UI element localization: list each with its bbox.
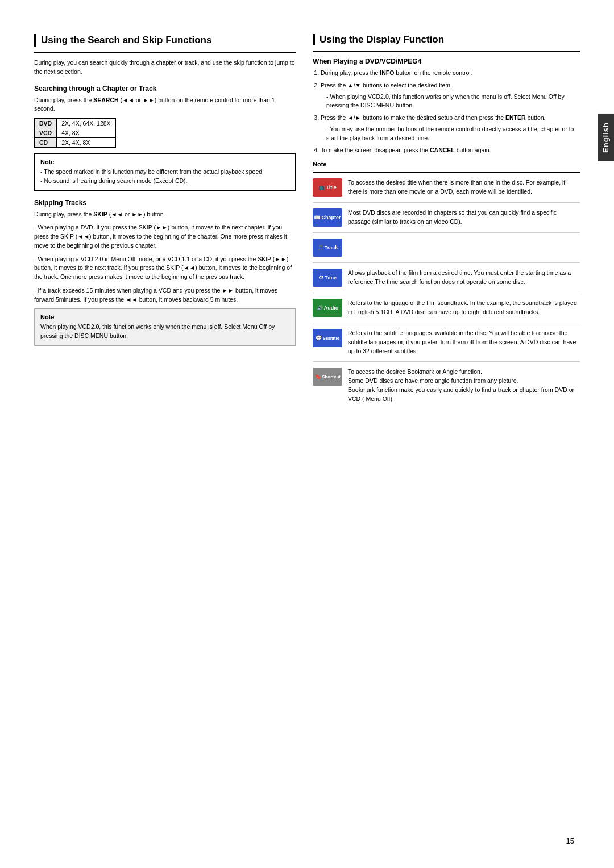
page-number: 15 [566,837,574,845]
dvd-steps-list: During play, press the INFO button on th… [321,69,580,155]
chapter-text: Most DVD discs are recorded in chapters … [348,208,580,227]
searching-title: Searching through a Chapter or Track [34,85,296,93]
time-icon: ⏱ [318,275,323,281]
shortcut-icon: 🔖 [314,374,321,379]
right-column: Using the Display Function When Playing … [313,34,580,415]
searching-note-title: Note [40,158,289,165]
title-text: To access the desired title when there i… [348,178,580,197]
chapter-badge: 📖 Chapter [313,208,342,227]
chapter-badge-label: Chapter [321,215,341,220]
shortcut-badge-label: Shortcut [322,374,341,379]
skipping-note-text: When playing VCD2.0, this function works… [40,323,289,341]
table-cell-label: DVD [35,119,57,128]
table-cell-value: 2X, 4X, 8X [57,138,115,148]
track-badge: 🎵 Track [313,239,342,257]
track-icon: 🎵 [317,245,323,251]
shortcut-badge: 🔖 Shortcut [313,368,342,386]
icon-row-track: 🎵 Track [313,239,580,263]
skipping-note-box: Note When playing VCD2.0, this function … [34,308,296,346]
content-area: Using the Search and Skip Functions Duri… [34,34,580,415]
table-cell-label: VCD [35,128,57,138]
skipping-bullet-1: - When playing a DVD, if you press the S… [34,223,296,250]
table-row: DVD 2X, 4X, 64X, 128X [35,119,116,128]
right-note-title: Note [313,161,580,168]
skipping-bullet-2: - When playing a VCD 2.0 in Menu Off mod… [34,255,296,282]
time-badge: ⏱ Time [313,269,342,287]
table-cell-value: 2X, 4X, 64X, 128X [57,119,115,128]
step3-sub: - You may use the number buttons of the … [326,125,580,143]
list-item: To make the screen disappear, press the … [321,146,580,155]
searching-body: During play, press the SEARCH (◄◄ or ►►)… [34,96,296,114]
left-intro: During play, you can search quickly thro… [34,59,296,77]
time-text: Allows playback of the film from a desir… [348,269,580,287]
list-item: Press the ▲/▼ buttons to select the desi… [321,81,580,110]
note-section: Note 📺 Title To access the desired title… [313,161,580,409]
title-badge-label: Title [326,185,336,190]
speed-table: DVD 2X, 4X, 64X, 128X VCD 4X, 8X CD 2X, … [34,118,116,148]
icon-row-title: 📺 Title To access the desired title when… [313,178,580,203]
page-container: English Using the Search and Skip Functi… [0,0,614,868]
table-row: VCD 4X, 8X [35,128,116,138]
searching-note-bullet-2: - No sound is hearing during search mode… [40,177,289,186]
icon-row-subtitle: 💬 Subtitle Refers to the subtitle langua… [313,329,580,362]
icon-row-audio: 🔊 Audio Refers to the language of the fi… [313,299,580,323]
audio-icon: 🔊 [317,305,323,311]
table-cell-value: 4X, 8X [57,128,115,138]
right-divider [313,51,580,52]
time-badge-label: Time [325,275,337,281]
table-cell-label: CD [35,138,57,148]
shortcut-text: To access the desired Bookmark or Angle … [348,368,580,403]
searching-note-bullet-1: - The speed marked in this function may … [40,168,289,177]
dvd-section-title: When Playing a DVD/VCD/MPEG4 [313,57,580,65]
subtitle-icon: 💬 [316,335,322,341]
table-row: CD 2X, 4X, 8X [35,138,116,148]
audio-badge-label: Audio [324,305,339,311]
left-section-title: Using the Search and Skip Functions [34,34,296,47]
title-badge: 📺 Title [313,178,342,197]
audio-text: Refers to the language of the film sound… [348,299,580,317]
note-divider [313,172,580,173]
title-icon: 📺 [318,185,325,190]
audio-badge: 🔊 Audio [313,299,342,317]
subtitle-badge: 💬 Subtitle [313,329,342,347]
icon-row-chapter: 📖 Chapter Most DVD discs are recorded in… [313,208,580,233]
skipping-title: Skipping Tracks [34,199,296,207]
skipping-note-title: Note [40,314,289,320]
icon-row-shortcut: 🔖 Shortcut To access the desired Bookmar… [313,368,580,409]
step2-sub: - When playing VCD2.0, this function wor… [326,93,580,111]
chapter-icon: 📖 [314,215,320,220]
skipping-body: During play, press the SKIP (◄◄ or ►►) b… [34,210,296,219]
subtitle-text: Refers to the subtitle languages availab… [348,329,580,356]
searching-note-box: Note - The speed marked in this function… [34,153,296,191]
track-badge-label: Track [325,245,338,251]
list-item: Press the ◄/► buttons to make the desire… [321,114,580,143]
right-section-title: Using the Display Function [313,34,580,45]
skipping-bullet-3: - If a track exceeds 15 minutes when pla… [34,286,296,304]
list-item: During play, press the INFO button on th… [321,69,580,78]
icon-row-time: ⏱ Time Allows playback of the film from … [313,269,580,293]
subtitle-badge-label: Subtitle [323,336,339,341]
left-column: Using the Search and Skip Functions Duri… [34,34,296,415]
english-tab: English [598,114,614,161]
left-divider [34,52,296,53]
